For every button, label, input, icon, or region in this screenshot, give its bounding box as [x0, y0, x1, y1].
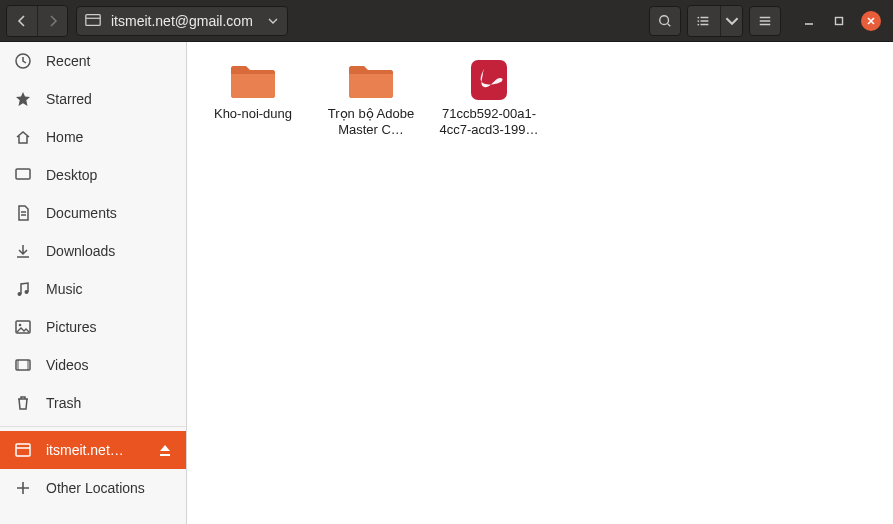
svg-point-8	[18, 292, 22, 296]
sidebar-label: Recent	[46, 53, 172, 69]
music-icon	[14, 280, 32, 298]
toolbar-right	[649, 5, 887, 37]
sidebar-label: Desktop	[46, 167, 172, 183]
star-icon	[14, 90, 32, 108]
minimize-icon	[804, 16, 814, 26]
path-label: itsmeit.net@gmail.com	[105, 13, 259, 29]
desktop-icon	[14, 166, 32, 184]
sidebar-label: Trash	[46, 395, 172, 411]
pictures-icon	[14, 318, 32, 336]
file-name: Trọn bộ Adobe Master C…	[317, 106, 425, 139]
sidebar-item-mount[interactable]: itsmeit.net…	[0, 431, 186, 469]
home-icon	[14, 128, 32, 146]
svg-rect-13	[16, 444, 30, 456]
chevron-right-icon	[47, 15, 59, 27]
hamburger-icon	[758, 14, 772, 28]
view-dropdown-button[interactable]	[720, 6, 742, 36]
drive-icon	[14, 441, 32, 459]
file-item-pdf[interactable]: 71ccb592-00a1-4cc7-acd3-199…	[433, 54, 545, 143]
close-icon	[866, 16, 876, 26]
maximize-button[interactable]	[831, 13, 847, 29]
maximize-icon	[834, 16, 844, 26]
minimize-button[interactable]	[801, 13, 817, 29]
svg-rect-5	[836, 17, 843, 24]
sidebar-label: Downloads	[46, 243, 172, 259]
sidebar-label: Music	[46, 281, 172, 297]
nav-buttons	[6, 5, 68, 37]
pdf-icon	[463, 58, 515, 102]
sidebar-label: Pictures	[46, 319, 172, 335]
sidebar-label: itsmeit.net…	[46, 442, 144, 458]
sidebar-item-starred[interactable]: Starred	[0, 80, 186, 118]
list-icon	[697, 14, 711, 28]
sidebar-item-trash[interactable]: Trash	[0, 384, 186, 422]
content-area[interactable]: Kho-noi-dung Trọn bộ Adobe Master C… 71c…	[187, 42, 893, 524]
caret-down-icon	[268, 18, 278, 24]
eject-button[interactable]	[158, 443, 172, 457]
titlebar: itsmeit.net@gmail.com	[0, 0, 893, 42]
plus-icon	[14, 479, 32, 497]
close-button[interactable]	[861, 11, 881, 31]
file-name: Kho-noi-dung	[214, 106, 292, 122]
svg-point-1	[660, 15, 669, 24]
list-view-button[interactable]	[688, 6, 720, 36]
back-button[interactable]	[7, 6, 37, 36]
sidebar-item-music[interactable]: Music	[0, 270, 186, 308]
sidebar-label: Documents	[46, 205, 172, 221]
sidebar-item-documents[interactable]: Documents	[0, 194, 186, 232]
svg-point-2	[697, 16, 699, 18]
path-dropdown[interactable]	[263, 9, 283, 33]
sidebar-label: Videos	[46, 357, 172, 373]
sidebar-item-other-locations[interactable]: Other Locations	[0, 469, 186, 507]
search-button[interactable]	[649, 6, 681, 36]
sidebar-item-downloads[interactable]: Downloads	[0, 232, 186, 270]
sidebar-item-home[interactable]: Home	[0, 118, 186, 156]
sidebar-label: Starred	[46, 91, 172, 107]
window-controls	[801, 11, 881, 31]
search-icon	[658, 14, 672, 28]
svg-point-11	[19, 324, 22, 327]
svg-point-3	[697, 20, 699, 22]
folder-icon	[227, 58, 279, 102]
svg-rect-0	[86, 15, 100, 26]
svg-point-9	[25, 290, 29, 294]
sidebar: Recent Starred Home Desktop Documents Do…	[0, 42, 187, 524]
videos-icon	[14, 356, 32, 374]
sidebar-item-videos[interactable]: Videos	[0, 346, 186, 384]
hamburger-menu-button[interactable]	[749, 6, 781, 36]
sidebar-label: Other Locations	[46, 480, 172, 496]
clock-icon	[14, 52, 32, 70]
file-item-folder[interactable]: Trọn bộ Adobe Master C…	[315, 54, 427, 143]
downloads-icon	[14, 242, 32, 260]
chevron-left-icon	[16, 15, 28, 27]
sidebar-item-recent[interactable]: Recent	[0, 42, 186, 80]
sidebar-item-pictures[interactable]: Pictures	[0, 308, 186, 346]
sidebar-item-desktop[interactable]: Desktop	[0, 156, 186, 194]
file-item-folder[interactable]: Kho-noi-dung	[197, 54, 309, 126]
view-mode-group	[687, 5, 743, 37]
folder-icon	[345, 58, 397, 102]
trash-icon	[14, 394, 32, 412]
file-name: 71ccb592-00a1-4cc7-acd3-199…	[435, 106, 543, 139]
sidebar-divider	[0, 426, 186, 427]
svg-rect-7	[16, 169, 30, 179]
sidebar-label: Home	[46, 129, 172, 145]
documents-icon	[14, 204, 32, 222]
body: Recent Starred Home Desktop Documents Do…	[0, 42, 893, 524]
path-bar[interactable]: itsmeit.net@gmail.com	[76, 6, 288, 36]
caret-down-icon	[725, 14, 739, 28]
google-drive-icon	[81, 9, 105, 33]
forward-button[interactable]	[37, 6, 67, 36]
svg-point-4	[697, 23, 699, 25]
